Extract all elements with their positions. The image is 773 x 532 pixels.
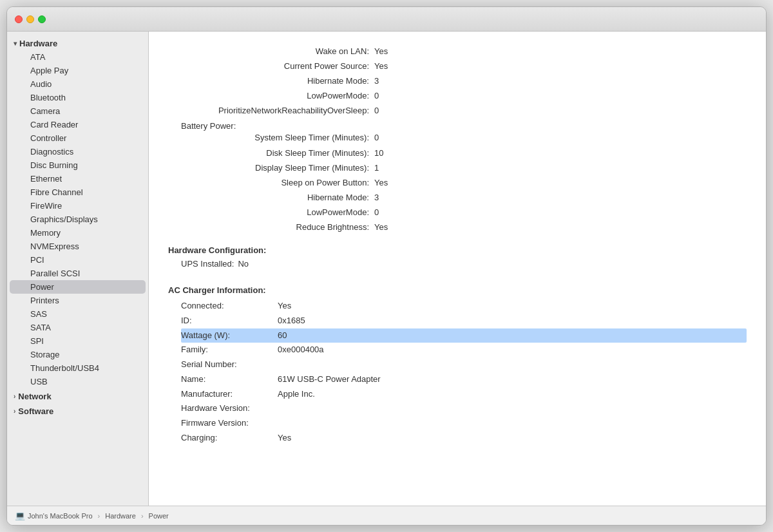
main-panel: Wake on LAN:YesCurrent Power Source:YesH… <box>149 32 766 506</box>
ac-row-value: 61W USB-C Power Adapter <box>278 372 381 387</box>
sidebar-item-audio[interactable]: Audio <box>10 77 146 91</box>
battery-power-label: Battery Power: <box>181 121 747 131</box>
sidebar-item-graphics-displays[interactable]: Graphics/Displays <box>10 213 146 226</box>
info-label: Hibernate Mode: <box>181 74 374 88</box>
hardware-arrow-icon: ▾ <box>14 40 17 47</box>
sidebar-item-power[interactable]: Power <box>10 280 146 294</box>
info-label: Wake on LAN: <box>181 44 374 59</box>
sidebar-item-controller[interactable]: Controller <box>10 131 146 145</box>
ups-value: No <box>238 259 249 269</box>
sidebar-item-card-reader[interactable]: Card Reader <box>10 118 146 131</box>
info-value: 0 <box>374 104 379 118</box>
ac-row-label: Serial Number: <box>181 357 278 372</box>
battery-info-value: 0 <box>374 131 379 145</box>
battery-info-value: 1 <box>374 161 379 175</box>
traffic-lights <box>15 15 46 23</box>
sidebar-item-memory[interactable]: Memory <box>10 226 146 240</box>
sidebar-item-usb[interactable]: USB <box>10 375 146 388</box>
ac-charger-row: Firmware Version: <box>181 416 747 431</box>
sidebar-item-camera[interactable]: Camera <box>10 104 146 118</box>
ac-row-value: Yes <box>278 431 291 446</box>
info-row: Wake on LAN:Yes <box>181 44 747 59</box>
sidebar-item-nvmexpress[interactable]: NVMExpress <box>10 240 146 253</box>
main-window: ▾HardwareATAApple PayAudioBluetoothCamer… <box>6 6 767 526</box>
ac-row-label: Manufacturer: <box>181 387 278 402</box>
ac-row-label: Charging: <box>181 431 278 446</box>
sidebar-item-firewire[interactable]: FireWire <box>10 199 146 213</box>
battery-info-label: Hibernate Mode: <box>181 191 374 205</box>
sidebar-item-disc-burning[interactable]: Disc Burning <box>10 158 146 172</box>
content-area: ▾HardwareATAApple PayAudioBluetoothCamer… <box>7 32 766 506</box>
info-row: Hibernate Mode:3 <box>181 74 747 88</box>
battery-info-row: Display Sleep Timer (Minutes):1 <box>181 161 747 175</box>
ac-row-label: ID: <box>181 314 278 328</box>
sidebar-section-label-software: Software <box>18 406 53 416</box>
sidebar-section-software: ›Software <box>7 404 148 418</box>
sidebar-item-sata[interactable]: SATA <box>10 321 146 334</box>
sidebar-item-diagnostics[interactable]: Diagnostics <box>10 145 146 158</box>
hardware-config-title: Hardware Configuration: <box>168 245 747 255</box>
sidebar-item-ata[interactable]: ATA <box>10 50 146 64</box>
ups-row: UPS Installed:No <box>181 259 747 269</box>
sidebar-section-header-software[interactable]: ›Software <box>7 404 148 418</box>
info-value: 0 <box>374 89 379 103</box>
sidebar-item-thunderbolt-usb4[interactable]: Thunderbolt/USB4 <box>10 361 146 375</box>
separator-2: › <box>141 512 144 520</box>
ac-charger-row: Wattage (W):60 <box>181 328 747 343</box>
sidebar-section-header-hardware[interactable]: ▾Hardware <box>7 37 148 50</box>
battery-info-label: LowPowerMode: <box>181 205 374 220</box>
ac-row-label: Hardware Version: <box>181 401 278 416</box>
battery-info-row: Sleep on Power Button:Yes <box>181 176 747 190</box>
battery-rows: System Sleep Timer (Minutes):0Disk Sleep… <box>181 131 747 235</box>
sidebar-item-parallel-scsi[interactable]: Parallel SCSI <box>10 267 146 280</box>
ac-row-value: 0xe000400a <box>278 343 324 357</box>
battery-info-value: Yes <box>374 176 388 190</box>
network-arrow-icon: › <box>14 393 15 400</box>
sidebar-item-ethernet[interactable]: Ethernet <box>10 172 146 185</box>
sidebar-item-printers[interactable]: Printers <box>10 294 146 307</box>
sidebar-item-fibre-channel[interactable]: Fibre Channel <box>10 185 146 199</box>
sidebar-section-label-hardware: Hardware <box>19 39 57 48</box>
ac-row-value: Yes <box>278 299 291 314</box>
top-rows: Wake on LAN:YesCurrent Power Source:YesH… <box>181 44 747 119</box>
battery-info-value: 0 <box>374 205 379 220</box>
ac-charger-row: Serial Number: <box>181 357 747 372</box>
ac-row-label: Firmware Version: <box>181 416 278 431</box>
ac-charger-row: Hardware Version: <box>181 401 747 416</box>
ac-row-value: 60 <box>278 328 287 343</box>
battery-info-label: Display Sleep Timer (Minutes): <box>181 161 374 175</box>
separator-1: › <box>98 512 100 520</box>
ups-label: UPS Installed: <box>181 259 234 269</box>
sidebar-items-hardware: ATAApple PayAudioBluetoothCameraCard Rea… <box>7 50 148 388</box>
battery-info-value: 10 <box>374 146 383 160</box>
sidebar-item-pci[interactable]: PCI <box>10 253 146 267</box>
battery-info-value: 3 <box>374 191 379 205</box>
battery-info-label: Disk Sleep Timer (Minutes): <box>181 146 374 160</box>
battery-info-row: Disk Sleep Timer (Minutes):10 <box>181 146 747 160</box>
info-row: Current Power Source:Yes <box>181 59 747 73</box>
sidebar-item-bluetooth[interactable]: Bluetooth <box>10 91 146 104</box>
sidebar-section-header-network[interactable]: ›Network <box>7 390 148 403</box>
minimize-button[interactable] <box>26 15 34 23</box>
breadcrumb-part-2: Hardware <box>105 512 136 520</box>
sidebar-item-storage[interactable]: Storage <box>10 348 146 361</box>
battery-info-value: Yes <box>374 220 388 234</box>
ac-row-label: Wattage (W): <box>181 328 278 343</box>
sidebar-item-spi[interactable]: SPI <box>10 334 146 348</box>
ac-charger-row: Manufacturer:Apple Inc. <box>181 387 747 402</box>
maximize-button[interactable] <box>38 15 46 23</box>
battery-info-row: Reduce Brightness:Yes <box>181 220 747 234</box>
sidebar-item-apple-pay[interactable]: Apple Pay <box>10 64 146 77</box>
ac-charger-row: Connected:Yes <box>181 299 747 314</box>
battery-info-row: LowPowerMode:0 <box>181 205 747 220</box>
sidebar-item-sas[interactable]: SAS <box>10 307 146 321</box>
info-label: LowPowerMode: <box>181 89 374 103</box>
info-value: Yes <box>374 44 388 59</box>
ac-charger-title: AC Charger Information: <box>168 285 747 295</box>
footer-bar: 💻 John's MacBook Pro › Hardware › Power <box>7 506 766 525</box>
info-row: PrioritizeNetworkReachabilityOverSleep:0 <box>181 104 747 118</box>
close-button[interactable] <box>15 15 23 23</box>
ac-charger-row: Family:0xe000400a <box>181 343 747 357</box>
sidebar-section-hardware: ▾HardwareATAApple PayAudioBluetoothCamer… <box>7 37 148 388</box>
battery-info-label: System Sleep Timer (Minutes): <box>181 131 374 145</box>
